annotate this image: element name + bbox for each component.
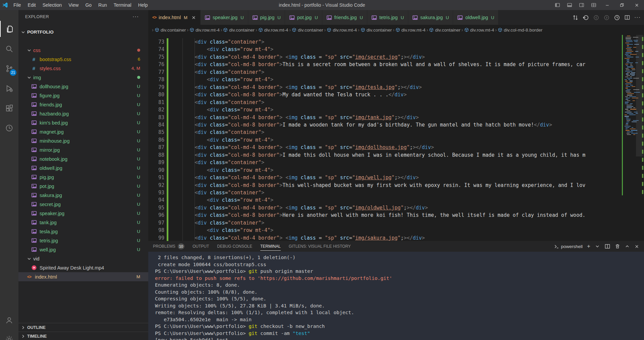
extensions-icon[interactable] [0,100,18,116]
tree-item-mirror-jpg[interactable]: mirror.jpgU [18,145,148,154]
explorer-icon[interactable] [0,21,18,37]
breadcrumb-item[interactable]: div.container [223,28,255,33]
panel-tab-terminal[interactable]: TERMINAL [260,241,281,252]
tree-item-tesla-jpg[interactable]: tesla.jpgU [18,227,148,236]
tree-item-styles-css[interactable]: #styles.css4, M [18,64,148,73]
more-actions-icon[interactable]: ··· [634,14,641,20]
tree-item-pig-jpg[interactable]: pig.jpgU [18,173,148,182]
previous-revision-icon[interactable] [583,14,589,21]
toggle-panel-icon[interactable] [564,0,576,10]
menu-terminal[interactable]: Terminal [110,0,135,10]
breadcrumb-item[interactable]: div.row.mt-4 [464,28,494,33]
breadcrumb-item[interactable]: div.container [292,28,323,33]
tree-item-tetris-jpg[interactable]: tetris.jpgU [18,236,148,245]
maximize-panel-icon[interactable] [625,244,630,249]
close-tab-icon[interactable] [191,15,196,20]
tree-item-notebook-jpg[interactable]: notebook.jpgU [18,154,148,163]
kill-terminal-icon[interactable] [615,244,620,249]
panel-tab-problems[interactable]: PROBLEMS10 [153,241,184,252]
git-status-badge: U [137,93,140,98]
panel-tab-debug-console[interactable]: DEBUG CONSOLE [217,241,252,252]
section-timeline[interactable]: TIMELINE [18,332,148,340]
tree-item-img[interactable]: img [18,73,148,82]
split-editor-icon[interactable] [624,14,630,20]
tree-item-magnet-jpg[interactable]: magnet.jpgU [18,127,148,136]
menu-view[interactable]: View [65,0,82,10]
close-panel-icon[interactable] [634,244,639,249]
panel-tab-gitlens-visual-file-history[interactable]: GITLENS: VISUAL FILE HISTORY [289,241,351,252]
tree-item-spirited-away-desk-light-mp4[interactable]: Spirited Away Desk Light.mp4 [18,263,148,272]
tree-item-friends-jpg[interactable]: friends.jpgU [18,100,148,109]
menu-run[interactable]: Run [95,0,110,10]
code-editor[interactable]: <div class="container"> <div class="row … [148,35,644,241]
tab-friends-jpg[interactable]: friends.jpgU [322,10,367,25]
tree-item-index-html[interactable]: <>index.htmlM [18,272,148,281]
section-outline[interactable]: OUTLINE [18,323,148,332]
tree-item-pot-jpg[interactable]: pot.jpgU [18,182,148,191]
breadcrumb-item[interactable]: div.container [155,28,186,33]
tab-oldwell-jpg[interactable]: oldwell.jpgU [453,10,498,25]
tree-item-well-jpg[interactable]: well.jpgU [18,245,148,254]
explorer-more-actions-icon[interactable]: ··· [132,14,139,20]
file-history-icon[interactable] [614,14,620,21]
breadcrumb-item[interactable]: div.row.mt-4 [327,28,357,33]
tree-item-figure-jpg[interactable]: figure.jpgU [18,91,148,100]
tab-tetris-jpg[interactable]: tetris.jpgU [367,10,408,25]
tree-item-oldwell-jpg[interactable]: oldwell.jpgU [18,163,148,173]
tree-item-hazbando-jpg[interactable]: hazbando.jpgU [18,109,148,118]
account-icon[interactable] [0,312,18,328]
restore-button[interactable] [614,0,629,10]
tree-item-css[interactable]: css [18,46,148,55]
tree-item-speaker-jpg[interactable]: speaker.jpgU [18,209,148,218]
compare-changes-icon[interactable] [572,14,579,21]
outline-label: OUTLINE [27,325,46,330]
tab-speaker-jpg[interactable]: speaker.jpgU [201,10,248,25]
menu-go[interactable]: Go [82,0,95,10]
breadcrumb-item[interactable]: div.container [361,28,392,33]
new-terminal-icon[interactable]: + [587,243,590,250]
tree-item-tank-jpg[interactable]: tank.jpgU [18,218,148,227]
search-icon[interactable] [0,41,18,57]
breadcrumb-item[interactable]: div.row.mt-4 [258,28,288,33]
tree-item-secret-jpg[interactable]: secret.jpgU [18,200,148,209]
code-line: <div class="row mt-4"> [170,136,273,144]
customize-layout-icon[interactable] [588,0,600,10]
previous-change-icon[interactable] [593,14,599,21]
tree-item-kim-s-bed-jpg[interactable]: kim's bed.jpgU [18,118,148,127]
tree-item-sakura-jpg[interactable]: sakura.jpgU [18,191,148,200]
next-change-icon[interactable] [603,14,610,21]
panel-tab-output[interactable]: OUTPUT [193,241,209,252]
shell-selector[interactable]: powershell [554,244,583,249]
breadcrumb-item[interactable]: div.row.mt-4 [190,28,220,33]
split-terminal-icon[interactable] [604,243,610,249]
tree-item-vid[interactable]: vid [18,254,148,263]
tab-sakura-jpg[interactable]: sakura.jpgU [408,10,453,25]
tab-pig-jpg[interactable]: pig.jpgU [248,10,285,25]
breadcrumb-item[interactable]: div.container [429,28,461,33]
tab-index-html[interactable]: <>index.htmlM [148,10,201,25]
settings-gear-icon[interactable] [0,331,18,340]
clock-icon[interactable] [0,120,18,136]
source-control-icon[interactable]: 21 [0,60,18,77]
close-button[interactable] [629,0,644,10]
run-debug-icon[interactable] [0,80,18,96]
tree-item-minihouse-jpg[interactable]: minihouse.jpgU [18,136,148,145]
breadcrumb-label: div.row.mt-4 [196,28,220,33]
toggle-secondary-sidebar-icon[interactable] [576,0,588,10]
breadcrumb-item[interactable]: div.row.mt-4 [395,28,426,33]
tree-item-dollhouse-jpg[interactable]: dollhouse.jpgU [18,82,148,91]
css-file-icon: # [31,65,37,71]
breadcrumb-item[interactable]: div.col-md-8.border [498,28,542,33]
tab-pot-jpg[interactable]: pot.jpgU [285,10,322,25]
menu-edit[interactable]: Edit [24,0,39,10]
menu-file[interactable]: File [10,0,24,10]
toggle-sidebar-icon[interactable] [551,0,564,10]
menu-selection[interactable]: Selection [39,0,65,10]
tree-item-bootstrap5-css[interactable]: #bootstrap5.css6 [18,55,148,64]
menu-help[interactable]: Help [135,0,151,10]
section-portfolio[interactable]: PORTFOLIO [18,28,148,37]
file-label: css [33,48,41,53]
minimize-button[interactable] [600,0,614,10]
line-number: 90 [148,166,164,174]
chevron-down-icon[interactable] [595,244,600,249]
